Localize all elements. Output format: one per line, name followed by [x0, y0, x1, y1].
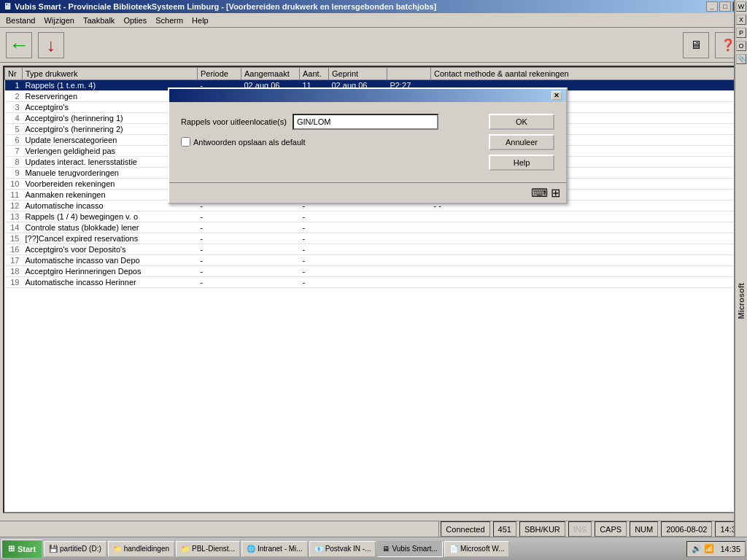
start-button[interactable]: ⊞ Start [1, 540, 42, 559]
office-label: Microsoft [737, 277, 746, 325]
taskbar-icon-2: 📁 [181, 545, 190, 553]
rappels-label: Rappels voor uitleenlocatie(s) [181, 117, 287, 126]
dialog-title-bar: ✕ [169, 89, 566, 102]
office-icon-2[interactable]: X [736, 15, 746, 25]
status-date: 2006-08-02 [661, 521, 712, 537]
status-code: 451 [493, 521, 516, 537]
taskbar-icon-1: 📁 [113, 545, 122, 553]
office-icon-1[interactable]: W [736, 1, 746, 12]
taskbar-item-5[interactable]: 🖥 Vubis Smart... [377, 541, 442, 557]
taskbar-label-2: PBL-Dienst... [192, 545, 235, 553]
dialog: ✕ Rappels voor uitleenlocatie(s) Antwoor… [168, 88, 568, 204]
status-ins: INS [568, 521, 592, 537]
dialog-label-row: Rappels voor uitleenlocatie(s) [181, 114, 480, 130]
status-connected: Connected [441, 521, 489, 537]
dialog-buttons: OK Annuleer Help [489, 114, 554, 171]
rappels-input[interactable] [293, 114, 438, 130]
taskbar-icon-3: 🌐 [247, 545, 255, 553]
status-location: SBH/KUR [519, 521, 565, 537]
taskbar-icon-6: 📄 [449, 545, 458, 553]
taskbar-label-0: partitieD (D:) [60, 545, 101, 553]
taskbar-icon-5: 🖥 [382, 545, 390, 553]
status-bar: Connected 451 SBH/KUR INS CAPS NUM 2006-… [0, 521, 747, 537]
taskbar-item-0[interactable]: 💾 partitieD (D:) [44, 541, 107, 557]
office-icons: W X P O 📎 [735, 0, 747, 66]
checkbox-row: Antwoorden opslaan als default [181, 137, 480, 147]
taskbar-item-1[interactable]: 📁 handleidingen [108, 541, 174, 557]
taskbar-item-6[interactable]: 📄 Microsoft W... [444, 541, 510, 557]
dialog-body: Rappels voor uitleenlocatie(s) Antwoorde… [169, 102, 566, 182]
taskbar-clock: 🔊 📶 14:35 [686, 541, 746, 557]
taskbar-icon-4: 📧 [314, 545, 323, 553]
taskbar-label-3: Intranet - Mi... [258, 545, 303, 553]
dialog-overlay: ✕ Rappels voor uitleenlocatie(s) Antwoor… [0, 0, 747, 560]
status-caps: CAPS [595, 521, 627, 537]
dialog-close-button[interactable]: ✕ [551, 91, 562, 100]
keyboard-icon: ⌨ [531, 186, 548, 200]
default-checkbox[interactable] [181, 137, 190, 147]
start-label: Start [18, 545, 36, 553]
tray-icons: 🔊 📶 [692, 544, 714, 553]
office-icon-4[interactable]: O [736, 41, 746, 51]
taskbar-label-4: Postvak IN -... [325, 545, 371, 553]
taskbar-label-1: handleidingen [124, 545, 169, 553]
office-bar: W X P O 📎 Microsoft [734, 0, 747, 537]
ok-button[interactable]: OK [489, 114, 554, 130]
taskbar: ⊞ Start 💾 partitieD (D:) 📁 handleidingen… [0, 537, 747, 560]
cancel-button[interactable]: Annuleer [489, 134, 554, 150]
taskbar-item-2[interactable]: 📁 PBL-Dienst... [176, 541, 240, 557]
clock-time: 14:35 [720, 545, 740, 553]
dialog-left: Rappels voor uitleenlocatie(s) Antwoorde… [181, 114, 480, 171]
help-button[interactable]: Help [489, 155, 554, 171]
checkbox-label: Antwoorden opslaan als default [193, 138, 306, 147]
resize-icon: ⊞ [551, 186, 560, 200]
status-empty [0, 521, 439, 537]
status-num: NUM [630, 521, 658, 537]
dialog-footer: ⌨ ⊞ [169, 182, 566, 203]
dialog-title-text [174, 92, 176, 100]
taskbar-item-3[interactable]: 🌐 Intranet - Mi... [241, 541, 308, 557]
taskbar-item-4[interactable]: 📧 Postvak IN -... [309, 541, 376, 557]
taskbar-icon-0: 💾 [49, 545, 58, 553]
taskbar-label-5: Vubis Smart... [392, 545, 437, 553]
start-icon: ⊞ [8, 544, 15, 553]
taskbar-label-6: Microsoft W... [460, 545, 505, 553]
office-icon-3[interactable]: P [736, 28, 746, 38]
office-icon-5[interactable]: 📎 [736, 54, 746, 64]
